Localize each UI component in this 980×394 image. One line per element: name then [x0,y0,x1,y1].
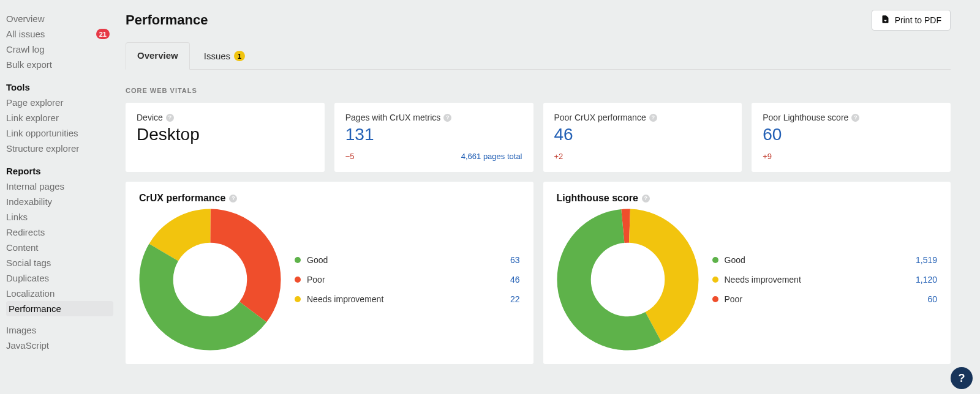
stat-delta: +2 [554,152,564,161]
legend-label: Poor [307,275,325,284]
tabs: Overview Issues 1 [126,42,951,70]
legend-left: Good [295,255,328,265]
charts-row: CrUX performance ? Good 63 Poor 46 Needs… [126,182,951,364]
sidebar-item-structure-explorer[interactable]: Structure explorer [6,141,113,156]
issues-count-badge: 21 [96,29,110,39]
tab-label: Issues [204,51,230,61]
title-row: Performance Print to PDF [126,10,951,31]
sidebar-item-links[interactable]: Links [6,209,113,225]
sidebar-item-redirects[interactable]: Redirects [6,225,113,240]
chart-body: Good 1,519 Needs improvement 1,120 Poor … [557,209,938,351]
section-core-web-vitals: CORE WEB VITALS [126,87,951,94]
legend-value: 22 [510,294,520,304]
sidebar-item-label: Indexability [6,196,52,207]
tab-issues-badge: 1 [234,51,245,61]
chart-title-text: CrUX performance [139,193,225,204]
sidebar-item-crawl-log[interactable]: Crawl log [6,42,113,57]
print-to-pdf-button[interactable]: Print to PDF [872,10,951,31]
chart-legend: Good 63 Poor 46 Needs improvement 22 [295,250,520,309]
stat-label-text: Device [137,113,163,122]
svg-point-7 [597,249,658,310]
sidebar-item-overview[interactable]: Overview [6,11,113,26]
sidebar-item-label: JavaScript [6,340,49,351]
swatch-green-icon [712,257,718,263]
sidebar-item-label: Structure explorer [6,143,79,154]
sidebar-spacer [6,72,113,78]
sidebar-item-social-tags[interactable]: Social tags [6,255,113,270]
legend-value: 60 [927,294,937,304]
sidebar-item-label: Localization [6,288,55,299]
legend-row-good[interactable]: Good 63 [295,250,520,270]
help-icon[interactable]: ? [642,195,650,203]
sidebar-item-label: Content [6,242,39,253]
chart-card-lighthouse: Lighthouse score ? Good 1,519 Needs impr… [543,182,951,364]
chart-legend: Good 1,519 Needs improvement 1,120 Poor … [712,250,938,309]
sidebar-item-indexability[interactable]: Indexability [6,194,113,209]
sidebar-item-label: Crawl log [6,44,45,54]
legend-value: 63 [510,255,520,265]
stat-label: Device ? [137,113,174,122]
stat-value: Desktop [137,125,314,144]
legend-row-poor[interactable]: Poor 60 [712,289,938,309]
help-fab-button[interactable]: ? [951,367,973,389]
donut-chart-lighthouse [557,209,699,351]
help-icon[interactable]: ? [649,114,657,122]
sidebar-item-label: Duplicates [6,273,49,283]
stat-sub-row: +2 [554,152,731,161]
swatch-yellow-icon [295,296,301,302]
question-mark-icon: ? [959,372,965,385]
sidebar-item-content[interactable]: Content [6,240,113,255]
svg-point-3 [179,249,240,310]
help-icon[interactable]: ? [443,114,451,122]
chart-body: Good 63 Poor 46 Needs improvement 22 [139,209,520,351]
legend-row-poor[interactable]: Poor 46 [295,270,520,289]
legend-row-needs-improvement[interactable]: Needs improvement 1,120 [712,270,938,289]
legend-row-good[interactable]: Good 1,519 [712,250,938,270]
sidebar-item-link-explorer[interactable]: Link explorer [6,110,113,125]
help-icon[interactable]: ? [851,114,859,122]
sidebar-item-label: Internal pages [6,181,64,191]
sidebar-item-label: Images [6,325,36,335]
tab-issues[interactable]: Issues 1 [192,43,257,70]
legend-label: Good [307,255,328,265]
chart-title: Lighthouse score ? [557,193,650,204]
sidebar-item-javascript[interactable]: JavaScript [6,338,113,353]
stat-sub-row: +9 [763,152,940,161]
stat-label: Poor CrUX performance ? [554,113,657,122]
legend-left: Good [712,255,745,265]
help-icon[interactable]: ? [229,195,237,203]
legend-row-needs-improvement[interactable]: Needs improvement 22 [295,289,520,309]
stat-value[interactable]: 60 [763,125,940,144]
stat-note-link[interactable]: 4,661 pages total [461,152,522,161]
stat-label-text: Poor Lighthouse score [763,113,848,122]
stat-label-text: Poor CrUX performance [554,113,646,122]
sidebar-item-duplicates[interactable]: Duplicates [6,270,113,286]
button-label: Print to PDF [895,15,941,25]
tab-label: Overview [137,50,178,61]
download-file-icon [881,15,890,26]
sidebar-item-images[interactable]: Images [6,322,113,338]
sidebar-item-localization[interactable]: Localization [6,286,113,301]
sidebar-item-label: Redirects [6,227,45,237]
stats-row: Device ? Desktop Pages with CrUX metrics… [126,103,951,172]
tab-overview[interactable]: Overview [126,42,190,70]
page-title: Performance [126,12,208,28]
sidebar-item-label: Performance [9,303,61,314]
sidebar-item-bulk-export[interactable]: Bulk export [6,57,113,72]
sidebar-group-tools: Tools [6,78,113,95]
sidebar-group-reports: Reports [6,162,113,179]
stat-value[interactable]: 46 [554,125,731,144]
stat-label: Pages with CrUX metrics ? [345,113,452,122]
stat-card-lighthouse-poor: Poor Lighthouse score ? 60 +9 [752,103,951,172]
sidebar-item-label: Overview [6,13,45,24]
sidebar-item-page-explorer[interactable]: Page explorer [6,95,113,110]
sidebar-item-all-issues[interactable]: All issues 21 [6,26,113,42]
sidebar-item-performance[interactable]: Performance [6,301,113,316]
sidebar-item-link-opportunities[interactable]: Link opportunities [6,125,113,141]
help-icon[interactable]: ? [166,114,174,122]
sidebar-item-label: Links [6,212,28,222]
sidebar-item-internal-pages[interactable]: Internal pages [6,179,113,194]
stat-value[interactable]: 131 [345,125,522,144]
legend-value: 1,519 [916,255,937,265]
legend-left: Poor [712,294,743,304]
